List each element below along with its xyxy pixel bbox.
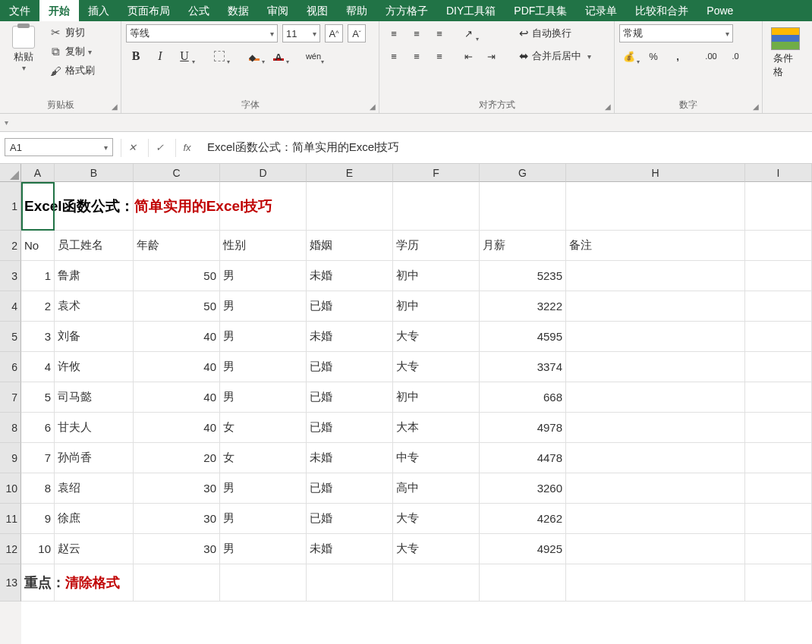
- cell[interactable]: [566, 534, 745, 564]
- comma-button[interactable]: ,: [668, 47, 688, 65]
- decrease-font-button[interactable]: Aˇ: [348, 24, 366, 42]
- cell[interactable]: [745, 534, 812, 564]
- cell[interactable]: Excel函数公式：简单实用的Excel技巧: [21, 182, 55, 231]
- cell[interactable]: 50: [134, 261, 220, 291]
- cell[interactable]: 员工姓名: [55, 231, 134, 261]
- col-header-E[interactable]: E: [307, 164, 393, 182]
- col-header-D[interactable]: D: [220, 164, 307, 182]
- chevron-down-icon[interactable]: ▾: [5, 118, 8, 127]
- cell[interactable]: 月薪: [480, 231, 566, 261]
- decrease-indent-button[interactable]: ⇤: [458, 47, 478, 65]
- font-color-button[interactable]: A▾: [269, 47, 288, 65]
- cell[interactable]: [745, 322, 812, 352]
- align-bottom-button[interactable]: ≡: [430, 24, 449, 42]
- cell[interactable]: 甘夫人: [55, 413, 134, 443]
- col-header-I[interactable]: I: [745, 164, 812, 182]
- cell[interactable]: 未婚: [307, 443, 393, 473]
- cell[interactable]: 中专: [393, 443, 480, 473]
- cell[interactable]: 已婚: [307, 473, 393, 504]
- cell[interactable]: 袁术: [55, 291, 134, 322]
- cell[interactable]: 年龄: [134, 231, 220, 261]
- fill-color-button[interactable]: ◆▾: [244, 47, 264, 65]
- cell[interactable]: [745, 504, 812, 534]
- cell[interactable]: 4: [21, 352, 55, 382]
- cell[interactable]: 备注: [566, 231, 745, 261]
- cell[interactable]: [480, 564, 566, 602]
- row-header-8[interactable]: 8: [0, 413, 21, 443]
- cell[interactable]: 已婚: [307, 504, 393, 534]
- cell[interactable]: 初中: [393, 261, 480, 291]
- confirm-edit-button[interactable]: ✓: [148, 139, 171, 157]
- row-header-3[interactable]: 3: [0, 261, 21, 291]
- format-painter-button[interactable]: 🖌 格式刷: [46, 62, 98, 79]
- cell[interactable]: 大专: [393, 534, 480, 564]
- cell[interactable]: 初中: [393, 382, 480, 413]
- cell[interactable]: [566, 182, 745, 231]
- align-middle-button[interactable]: ≡: [407, 24, 426, 42]
- cell[interactable]: 已婚: [307, 382, 393, 413]
- cell[interactable]: [745, 564, 812, 602]
- paste-button[interactable]: 粘贴 ▾: [5, 24, 42, 79]
- cell[interactable]: 30: [134, 504, 220, 534]
- cell[interactable]: [745, 382, 812, 413]
- percent-button[interactable]: %: [644, 47, 663, 65]
- cell[interactable]: 1: [21, 261, 55, 291]
- italic-button[interactable]: I: [150, 47, 170, 65]
- col-header-F[interactable]: F: [393, 164, 480, 182]
- tab-比较和合并[interactable]: 比较和合并: [626, 0, 697, 21]
- cell[interactable]: [566, 564, 745, 602]
- cell[interactable]: 已婚: [307, 352, 393, 382]
- cell[interactable]: 袁绍: [55, 473, 134, 504]
- cell[interactable]: [566, 413, 745, 443]
- increase-font-button[interactable]: A^: [325, 24, 343, 42]
- cell[interactable]: 10: [21, 534, 55, 564]
- cell[interactable]: 大专: [393, 352, 480, 382]
- cell[interactable]: 40: [134, 413, 220, 443]
- col-header-A[interactable]: A: [21, 164, 55, 182]
- cell[interactable]: [566, 261, 745, 291]
- cell[interactable]: 4478: [480, 443, 566, 473]
- conditional-formatting-button[interactable]: 条件格: [767, 24, 804, 82]
- cell[interactable]: [566, 443, 745, 473]
- cell[interactable]: 4978: [480, 413, 566, 443]
- cell[interactable]: [566, 322, 745, 352]
- tab-记录单[interactable]: 记录单: [576, 0, 626, 21]
- cell[interactable]: [745, 231, 812, 261]
- cell[interactable]: 男: [220, 322, 307, 352]
- cell[interactable]: 未婚: [307, 261, 393, 291]
- align-top-button[interactable]: ≡: [384, 24, 404, 42]
- underline-button[interactable]: U▾: [175, 47, 194, 65]
- cell[interactable]: 8: [21, 473, 55, 504]
- cell[interactable]: [745, 261, 812, 291]
- cell[interactable]: [55, 564, 134, 602]
- row-header-12[interactable]: 12: [0, 534, 21, 564]
- cell[interactable]: 未婚: [307, 534, 393, 564]
- font-size-combo[interactable]: 11 ▾: [282, 24, 320, 42]
- cell[interactable]: 许攸: [55, 352, 134, 382]
- copy-button[interactable]: ⧉ 复制 ▾: [46, 43, 98, 60]
- cell[interactable]: 初中: [393, 291, 480, 322]
- cell[interactable]: [745, 352, 812, 382]
- cell[interactable]: 30: [134, 473, 220, 504]
- tab-方方格子[interactable]: 方方格子: [376, 0, 437, 21]
- cell[interactable]: [745, 291, 812, 322]
- tab-文件[interactable]: 文件: [0, 0, 39, 21]
- cell[interactable]: 鲁肃: [55, 261, 134, 291]
- cell[interactable]: 668: [480, 382, 566, 413]
- currency-button[interactable]: 💰▾: [619, 47, 639, 65]
- tab-视图[interactable]: 视图: [297, 0, 337, 21]
- increase-decimal-button[interactable]: .00: [701, 47, 721, 65]
- cell[interactable]: 司马懿: [55, 382, 134, 413]
- decrease-decimal-button[interactable]: .0: [725, 47, 745, 65]
- increase-indent-button[interactable]: ⇥: [481, 47, 501, 65]
- cell[interactable]: 重点：清除格式: [21, 564, 55, 602]
- orientation-button[interactable]: ↗▾: [458, 24, 478, 42]
- cell[interactable]: [566, 473, 745, 504]
- cell[interactable]: 2: [21, 291, 55, 322]
- cell[interactable]: 未婚: [307, 322, 393, 352]
- cell[interactable]: [393, 564, 480, 602]
- cell[interactable]: 9: [21, 504, 55, 534]
- cell[interactable]: [393, 182, 480, 231]
- cell[interactable]: 40: [134, 382, 220, 413]
- cell[interactable]: [307, 182, 393, 231]
